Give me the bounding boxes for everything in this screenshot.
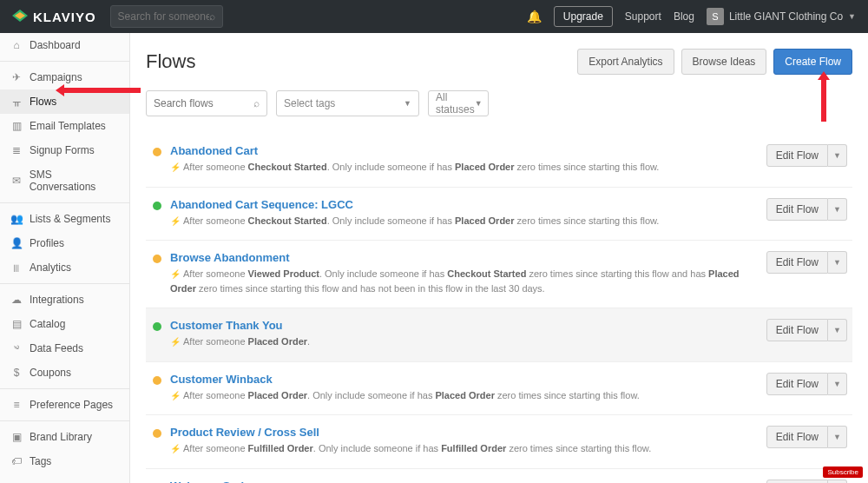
catalog-icon: ▤ xyxy=(10,318,23,330)
sidebar-item-campaigns[interactable]: ✈Campaigns xyxy=(0,65,129,89)
export-analytics-button[interactable]: Export Analytics xyxy=(577,49,674,75)
blog-link[interactable]: Blog xyxy=(674,10,694,23)
flow-actions-dropdown[interactable]: ▼ xyxy=(828,144,847,167)
flow-row: Product Review / Cross Sell⚡After someon… xyxy=(146,414,852,468)
sidebar-item-dashboard[interactable]: ⌂Dashboard xyxy=(0,33,129,57)
tags-icon: 🏷 xyxy=(10,455,23,467)
sidebar-item-analytics[interactable]: ⫼Analytics xyxy=(0,255,129,280)
flow-description: ⚡After someone Checkout Started. Only in… xyxy=(170,214,758,228)
brand-logo[interactable]: KLAVIYO xyxy=(12,10,96,24)
profiles-icon: 👤 xyxy=(10,237,23,249)
sidebar-item-coupons[interactable]: $Coupons xyxy=(0,361,129,385)
flow-actions: Edit Flow▼ xyxy=(766,198,847,221)
flows-list: Abandoned Cart⚡After someone Checkout St… xyxy=(146,134,852,483)
sidebar-item-sms-conversations[interactable]: ✉SMS Conversations xyxy=(0,162,129,199)
flow-title-link[interactable]: Welcome Series xyxy=(170,480,758,484)
edit-flow-button[interactable]: Edit Flow xyxy=(766,480,828,484)
sidebar-separator xyxy=(0,388,129,389)
edit-flow-button[interactable]: Edit Flow xyxy=(766,426,828,448)
search-icon: ⌕ xyxy=(209,10,215,23)
edit-flow-button[interactable]: Edit Flow xyxy=(766,319,828,341)
subscribe-badge[interactable]: Subscribe xyxy=(823,466,863,478)
flow-actions-dropdown[interactable]: ▼ xyxy=(828,198,847,221)
search-flows-input[interactable]: ⌕ xyxy=(146,90,267,116)
notifications-icon[interactable]: 🔔 xyxy=(527,10,542,23)
flow-title-link[interactable]: Browse Abandonment xyxy=(170,251,758,264)
sidebar-item-profiles[interactable]: 👤Profiles xyxy=(0,231,129,255)
flow-title-link[interactable]: Customer Winback xyxy=(170,373,758,386)
select-tags-dropdown[interactable]: Select tags ▼ xyxy=(276,90,419,116)
edit-flow-button[interactable]: Edit Flow xyxy=(766,144,828,167)
flow-actions-dropdown[interactable]: ▼ xyxy=(828,426,847,448)
sidebar-item-flows[interactable]: ᚂFlows xyxy=(0,89,129,114)
search-flows-field[interactable] xyxy=(154,97,253,109)
flow-title-link[interactable]: Customer Thank You xyxy=(170,319,758,332)
sidebar-item-label: Dashboard xyxy=(30,39,81,51)
flow-actions-dropdown[interactable]: ▼ xyxy=(828,480,847,484)
sidebar-item-label: Preference Pages xyxy=(30,399,113,411)
sidebar-item-catalog[interactable]: ▤Catalog xyxy=(0,312,129,336)
global-search-input[interactable] xyxy=(118,10,209,23)
trigger-icon: ⚡ xyxy=(170,444,181,453)
chevron-down-icon: ▼ xyxy=(404,99,411,108)
flow-description: ⚡After someone Placed Order. xyxy=(170,334,758,349)
sidebar-item-integrations[interactable]: ☁Integrations xyxy=(0,288,129,312)
sidebar-item-label: Campaigns xyxy=(30,71,82,83)
sidebar-item-label: Integrations xyxy=(30,294,84,306)
sidebar-item-email-templates[interactable]: ▥Email Templates xyxy=(0,114,129,138)
chevron-down-icon: ▼ xyxy=(475,99,483,108)
status-dropdown[interactable]: All statuses ▼ xyxy=(428,90,489,116)
flow-actions-dropdown[interactable]: ▼ xyxy=(828,373,847,395)
sidebar-item-tags[interactable]: 🏷Tags xyxy=(0,449,129,473)
create-flow-button[interactable]: Create Flow xyxy=(773,49,852,75)
flow-title-link[interactable]: Product Review / Cross Sell xyxy=(170,426,758,439)
dashboard-icon: ⌂ xyxy=(10,39,23,51)
flow-description: ⚡After someone Fulfilled Order. Only inc… xyxy=(170,441,758,456)
sidebar-item-label: Signup Forms xyxy=(30,144,95,156)
flow-body: Welcome Series⚡After someone is added to… xyxy=(170,480,758,484)
flow-actions: Edit Flow▼ xyxy=(766,373,847,395)
flow-description: ⚡After someone Viewed Product. Only incl… xyxy=(170,267,758,295)
upgrade-button[interactable]: Upgrade xyxy=(554,6,613,27)
sidebar-item-lists-and-segments[interactable]: 👥Lists & Segments xyxy=(0,207,129,231)
campaigns-icon: ✈ xyxy=(10,71,23,83)
analytics-icon: ⫼ xyxy=(10,261,23,274)
main-content: Flows Export Analytics Browse Ideas Crea… xyxy=(130,33,868,483)
sidebar-separator xyxy=(0,420,129,421)
edit-flow-button[interactable]: Edit Flow xyxy=(766,251,828,274)
sidebar-item-brand-library[interactable]: ▣Brand Library xyxy=(0,425,129,449)
sidebar: ⌂Dashboard✈CampaignsᚂFlows▥Email Templat… xyxy=(0,33,130,483)
brand-library-icon: ▣ xyxy=(10,431,23,443)
data-feeds-icon: ༄ xyxy=(10,342,23,354)
trigger-icon: ⚡ xyxy=(170,162,181,172)
flow-title-link[interactable]: Abandoned Cart Sequence: LGCC xyxy=(170,198,758,211)
sidebar-item-signup-forms[interactable]: ≣Signup Forms xyxy=(0,138,129,162)
sidebar-item-label: Brand Library xyxy=(30,431,92,443)
global-search[interactable]: ⌕ xyxy=(110,5,223,28)
browse-ideas-button[interactable]: Browse Ideas xyxy=(681,49,767,75)
flow-actions: Edit Flow▼ xyxy=(766,480,847,484)
edit-flow-button[interactable]: Edit Flow xyxy=(766,373,828,395)
flow-row: Abandoned Cart⚡After someone Checkout St… xyxy=(146,134,852,187)
header-right: 🔔 Upgrade Support Blog S Little GIANT Cl… xyxy=(527,6,856,27)
status-dot-icon xyxy=(153,148,161,156)
support-link[interactable]: Support xyxy=(625,10,661,23)
account-menu[interactable]: S Little GIANT Clothing Co ▼ xyxy=(707,8,856,25)
lists-&-segments-icon: 👥 xyxy=(10,213,23,225)
sidebar-item-label: Coupons xyxy=(30,367,71,379)
chevron-down-icon: ▼ xyxy=(848,12,856,21)
flow-body: Abandoned Cart Sequence: LGCC⚡After some… xyxy=(170,198,758,228)
sidebar-separator xyxy=(0,202,129,203)
sidebar-item-preference-pages[interactable]: ≡Preference Pages xyxy=(0,393,129,417)
sms-conversations-icon: ✉ xyxy=(10,175,23,187)
trigger-icon: ⚡ xyxy=(170,337,181,347)
flow-title-link[interactable]: Abandoned Cart xyxy=(170,144,758,157)
status-dot-icon xyxy=(153,322,161,331)
flow-actions-dropdown[interactable]: ▼ xyxy=(828,251,847,274)
flow-actions-dropdown[interactable]: ▼ xyxy=(828,319,847,341)
status-label: All statuses xyxy=(436,91,475,116)
signup-forms-icon: ≣ xyxy=(10,144,23,156)
sidebar-item-data-feeds[interactable]: ༄Data Feeds xyxy=(0,336,129,361)
flow-body: Browse Abandonment⚡After someone Viewed … xyxy=(170,251,758,295)
edit-flow-button[interactable]: Edit Flow xyxy=(766,198,828,221)
